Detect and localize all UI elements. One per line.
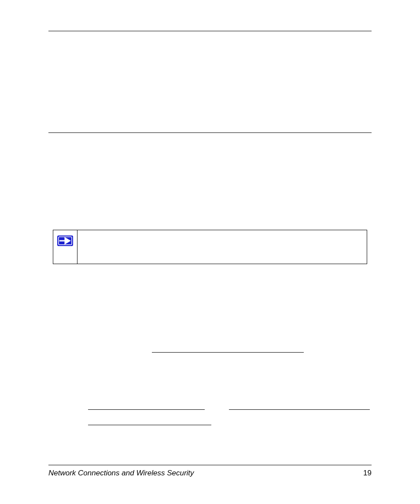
document-page: Network Connections and Wireless Securit… [0, 0, 420, 504]
underline-1 [152, 352, 304, 353]
arrow-right-icon [57, 235, 73, 246]
section-rule [48, 132, 372, 133]
underline-4 [88, 425, 211, 425]
note-callout [53, 230, 367, 264]
page-footer: Network Connections and Wireless Securit… [48, 465, 372, 478]
link-placeholders [48, 352, 372, 440]
header-rule [48, 31, 372, 31]
note-content [77, 230, 367, 264]
note-icon-cell [53, 230, 77, 264]
underline-3 [229, 409, 370, 410]
underline-2 [88, 409, 205, 410]
page-number: 19 [363, 469, 372, 478]
footer-section-title: Network Connections and Wireless Securit… [48, 469, 194, 478]
footer-rule [48, 465, 372, 465]
